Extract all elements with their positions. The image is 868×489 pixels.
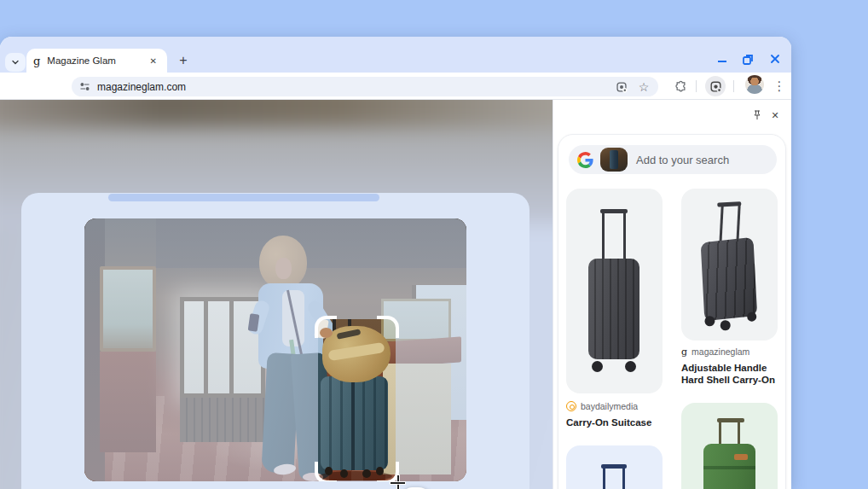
google-logo	[577, 152, 593, 168]
window-controls	[715, 52, 781, 66]
result-source: baydailymedia	[566, 401, 638, 411]
selection-handle-top-left[interactable]	[315, 316, 337, 338]
lens-selection-region[interactable]	[318, 319, 396, 480]
bookmark-star-button[interactable]: ☆	[636, 79, 651, 95]
site-settings-tune-icon	[78, 80, 91, 93]
search-placeholder: Add to your search	[636, 154, 729, 166]
close-window-button[interactable]	[768, 53, 781, 66]
tab-title: Magazine Glam	[47, 55, 146, 66]
lens-toolbar-button[interactable]	[705, 76, 726, 96]
article-photo[interactable]	[84, 218, 466, 481]
result-title[interactable]: Adjustable Handle Hard Shell Carry-On	[681, 362, 778, 387]
restore-icon	[743, 54, 754, 65]
selection-handle-top-right[interactable]	[377, 316, 399, 338]
tab-search-button[interactable]	[5, 53, 26, 72]
pin-icon	[751, 109, 763, 121]
result-image-card[interactable]	[566, 445, 663, 489]
tab-close-button[interactable]: ✕	[147, 55, 160, 67]
close-panel-button[interactable]: ✕	[767, 108, 783, 123]
close-icon	[770, 54, 780, 64]
result-image-card[interactable]	[681, 189, 778, 341]
tab-magazine-glam[interactable]: g Magazine Glam ✕	[26, 49, 167, 73]
restore-button[interactable]	[742, 53, 755, 66]
chevron-down-icon	[11, 58, 20, 67]
lens-search-bar[interactable]: Add to your search	[569, 145, 777, 174]
lens-omnibox-button[interactable]	[614, 79, 629, 95]
extensions-button[interactable]	[670, 76, 691, 96]
result-image-card[interactable]	[681, 403, 778, 489]
new-tab-button[interactable]: +	[173, 50, 194, 71]
lens-side-panel: ✕ Add to your search	[553, 100, 791, 489]
lens-results-card: Add to your search	[558, 134, 786, 489]
url-text: magazineglam.com	[97, 81, 614, 93]
minimize-icon	[717, 54, 727, 64]
site-favicon: g	[33, 55, 40, 67]
extensions-puzzle-icon	[674, 80, 687, 93]
result-title[interactable]: Carry-On Suitcase	[566, 416, 663, 428]
webpage-viewport[interactable]	[0, 100, 553, 489]
tab-strip: g Magazine Glam ✕ +	[0, 37, 791, 73]
selection-handle-bottom-left[interactable]	[315, 462, 337, 481]
browser-window: g Magazine Glam ✕ + ← →	[0, 37, 791, 489]
google-lens-icon	[616, 81, 628, 93]
result-image-card[interactable]	[566, 189, 663, 393]
browser-menu-button[interactable]: ⋮	[769, 76, 790, 96]
skeleton-text-bar	[108, 194, 379, 201]
baydailymedia-icon	[566, 401, 576, 411]
selected-region-thumbnail	[600, 148, 628, 172]
magazineglam-favicon: g	[681, 347, 687, 357]
crosshair-cursor	[391, 475, 405, 489]
result-source: g magazineglam	[681, 346, 749, 357]
address-bar[interactable]: magazineglam.com ☆	[72, 77, 658, 96]
profile-avatar[interactable]	[745, 75, 764, 94]
minimize-button[interactable]	[715, 53, 728, 66]
google-lens-icon	[709, 80, 722, 93]
suitcase-with-bag	[84, 218, 466, 481]
desktop: g Magazine Glam ✕ + ← →	[0, 0, 868, 489]
pin-panel-button[interactable]	[749, 108, 765, 123]
